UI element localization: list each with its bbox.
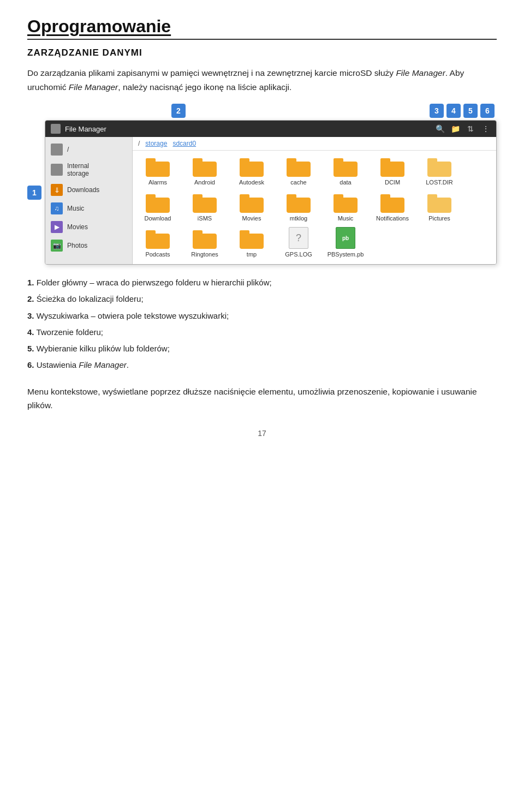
folder-notifications[interactable]: Notifications — [373, 193, 412, 222]
desc-3: 3. Wyszukiwarka – otwiera pole tekstowe … — [27, 309, 497, 323]
fm-sidebar: / Internalstorage ⇓ Downloads ♫ Music — [45, 137, 133, 264]
folder-alarms[interactable]: Alarms — [138, 157, 177, 186]
folder-pictures[interactable]: Pictures — [420, 193, 459, 222]
folder-music[interactable]: Music — [326, 193, 365, 222]
badge-6: 6 — [480, 104, 495, 118]
breadcrumb-root: / — [138, 140, 140, 147]
fm-breadcrumb: / storage sdcard0 — [133, 137, 496, 151]
file-pbsystem[interactable]: pb PBSystem.pb — [326, 229, 365, 258]
section-title: ZARZĄDZANIE DANYMI — [27, 47, 497, 58]
context-menu-text: Menu kontekstowe, wyświetlane poprzez dł… — [27, 385, 497, 413]
breadcrumb-sdcard[interactable]: sdcard0 — [172, 140, 196, 147]
root-icon — [51, 144, 63, 156]
badge-5: 5 — [463, 104, 478, 118]
folder-dcim[interactable]: DCIM — [373, 157, 412, 186]
photos-icon: 📷 — [51, 240, 63, 252]
descriptions-section: 1. Folder główny – wraca do pierwszego f… — [27, 276, 497, 373]
folder-movies[interactable]: Movies — [232, 193, 271, 222]
desc-2: 2. Ścieżka do lokalizacji folderu; — [27, 292, 497, 306]
sidebar-item-internal-storage[interactable]: Internalstorage — [45, 159, 132, 181]
sidebar-item-root[interactable]: / — [45, 140, 132, 159]
fm-titlebar: File Manager 🔍 📁 ⇅ ⋮ — [45, 121, 496, 137]
folder-ringtones[interactable]: Ringtones — [185, 229, 224, 258]
fm-titlebar-right: 🔍 📁 ⇅ ⋮ — [435, 124, 491, 134]
fm-file-grid: Alarms Android Autodesk cache — [133, 151, 496, 264]
page-number: 17 — [27, 429, 497, 438]
sidebar-root-label: / — [67, 146, 69, 153]
folder-podcasts[interactable]: Podcasts — [138, 229, 177, 258]
sidebar-item-photos[interactable]: 📷 Photos — [45, 236, 132, 255]
folder-isms[interactable]: iSMS — [185, 193, 224, 222]
folder-android[interactable]: Android — [185, 157, 224, 186]
folder-mtklog[interactable]: mtklog — [279, 193, 318, 222]
badge-4: 4 — [446, 104, 461, 118]
sidebar-downloads-label: Downloads — [67, 186, 99, 194]
more-icon[interactable]: ⋮ — [481, 124, 491, 134]
desc-4: 4. Tworzenie folderu; — [27, 325, 497, 339]
sidebar-internal-storage-label: Internalstorage — [67, 162, 89, 177]
page-title: Oprogramowanie — [27, 16, 497, 40]
movies-icon: ▶ — [51, 221, 63, 233]
sort-icon[interactable]: ⇅ — [466, 124, 475, 134]
file-gpslog[interactable]: GPS.LOG — [279, 229, 318, 258]
breadcrumb-storage[interactable]: storage — [145, 140, 167, 147]
fm-titlebar-left: File Manager — [51, 124, 106, 134]
badge-1: 1 — [27, 186, 41, 200]
sidebar-movies-label: Movies — [67, 223, 88, 231]
folder-cache[interactable]: cache — [279, 157, 318, 186]
fm-main-panel: / storage sdcard0 Alarms — [133, 137, 496, 264]
badge-2: 2 — [171, 104, 186, 118]
fm-body: / Internalstorage ⇓ Downloads ♫ Music — [45, 137, 496, 264]
desc-6: 6. Ustawienia File Manager. — [27, 358, 497, 372]
sidebar-music-label: Music — [67, 205, 84, 212]
sidebar-item-movies[interactable]: ▶ Movies — [45, 218, 132, 236]
desc-5: 5. Wybieranie kilku plików lub folderów; — [27, 342, 497, 356]
folder-download[interactable]: Download — [138, 193, 177, 222]
folder-tmp[interactable]: tmp — [232, 229, 271, 258]
badge-3: 3 — [430, 104, 444, 118]
fm-app-icon — [51, 124, 61, 134]
search-icon[interactable]: 🔍 — [435, 124, 445, 134]
file-manager-window: File Manager 🔍 📁 ⇅ ⋮ / — [45, 120, 497, 265]
sidebar-item-music[interactable]: ♫ Music — [45, 199, 132, 218]
sidebar-item-downloads[interactable]: ⇓ Downloads — [45, 181, 132, 199]
internal-storage-icon — [51, 164, 63, 176]
folder-add-icon[interactable]: 📁 — [450, 124, 460, 134]
folder-autodesk[interactable]: Autodesk — [232, 157, 271, 186]
intro-paragraph: Do zarządzania plikami zapisanymi w pami… — [27, 66, 497, 94]
fm-title-text: File Manager — [65, 125, 106, 133]
folder-data[interactable]: data — [326, 157, 365, 186]
sidebar-photos-label: Photos — [67, 242, 87, 249]
downloads-icon: ⇓ — [51, 184, 63, 196]
music-icon: ♫ — [51, 202, 63, 214]
desc-1: 1. Folder główny – wraca do pierwszego f… — [27, 276, 497, 290]
folder-lostdir[interactable]: LOST.DIR — [420, 157, 459, 186]
